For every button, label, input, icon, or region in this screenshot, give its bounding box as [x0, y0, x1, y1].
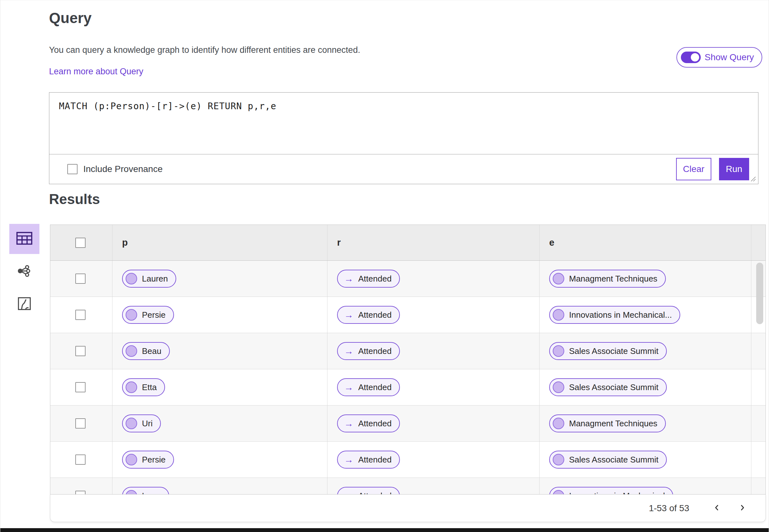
table-row: Larry →Attended Innovations in Mechanica…: [50, 478, 765, 495]
row-checkbox[interactable]: [75, 491, 86, 495]
table-header-row: p r e: [50, 225, 765, 261]
window-bottom-edge: [0, 528, 769, 532]
node-icon: [553, 454, 564, 465]
arrow-right-icon: →: [344, 491, 353, 495]
entity-pill[interactable]: Uri: [122, 414, 161, 432]
results-table: p r e Lauren →Attended Managment Techniq…: [50, 225, 766, 495]
pagination-range: 1-53 of 53: [649, 503, 689, 513]
chevron-left-icon: [712, 503, 721, 513]
map-icon: [16, 295, 33, 313]
row-checkbox[interactable]: [75, 454, 86, 465]
table-row: Etta →Attended Sales Associate Summit: [50, 369, 765, 405]
query-page: Query You can query a knowledge graph to…: [0, 0, 769, 532]
arrow-right-icon: →: [344, 382, 353, 393]
run-button[interactable]: Run: [719, 158, 749, 180]
node-icon: [553, 273, 564, 284]
node-icon: [126, 309, 137, 321]
node-icon: [126, 345, 137, 357]
row-checkbox[interactable]: [75, 346, 86, 356]
relation-pill[interactable]: →Attended: [337, 378, 400, 396]
node-icon: [126, 454, 137, 465]
toggle-knob: [690, 53, 700, 62]
entity-pill[interactable]: Sales Associate Summit: [549, 451, 667, 469]
column-header-e[interactable]: e: [539, 225, 751, 260]
node-icon: [553, 490, 564, 495]
entity-pill[interactable]: Lauren: [122, 270, 176, 288]
node-icon: [553, 345, 564, 357]
table-scrollbar[interactable]: [756, 263, 763, 324]
table-view-button[interactable]: [9, 224, 39, 254]
include-provenance-checkbox[interactable]: [67, 164, 78, 174]
node-icon: [553, 418, 564, 429]
relation-pill[interactable]: →Attended: [337, 451, 400, 469]
relation-pill[interactable]: →Attended: [337, 270, 400, 288]
graph-icon: [16, 263, 33, 281]
view-switcher-rail: [9, 224, 39, 319]
arrow-right-icon: →: [344, 310, 353, 320]
learn-more-link[interactable]: Learn more about Query: [49, 67, 143, 77]
graph-view-button[interactable]: [9, 257, 39, 287]
entity-pill[interactable]: Persie: [122, 306, 174, 324]
query-footer: Include Provenance Clear Run: [49, 154, 758, 184]
node-icon: [126, 490, 137, 495]
entity-pill[interactable]: Innovations in Mechanical...: [549, 306, 680, 324]
entity-pill[interactable]: Etta: [122, 378, 165, 396]
entity-pill[interactable]: Sales Associate Summit: [549, 378, 667, 396]
query-panel: MATCH (p:Person)-[r]->(e) RETURN p,r,e I…: [49, 92, 758, 184]
previous-page-button[interactable]: [712, 503, 721, 513]
column-header-p[interactable]: p: [112, 225, 327, 260]
show-query-label: Show Query: [705, 52, 754, 62]
row-checkbox[interactable]: [75, 382, 86, 392]
node-icon: [126, 381, 137, 393]
table-icon: [15, 229, 34, 249]
table-row: Beau →Attended Sales Associate Summit: [50, 333, 765, 369]
select-all-checkbox[interactable]: [75, 238, 86, 248]
node-icon: [553, 381, 564, 393]
arrow-right-icon: →: [344, 454, 353, 465]
row-checkbox[interactable]: [75, 274, 86, 284]
pagination-bar: 1-53 of 53: [50, 495, 766, 522]
table-row: Uri →Attended Managment Techniques: [50, 405, 765, 442]
entity-pill[interactable]: Sales Associate Summit: [549, 342, 667, 360]
entity-pill[interactable]: Managment Techniques: [549, 414, 666, 432]
arrow-right-icon: →: [344, 418, 353, 429]
relation-pill[interactable]: →Attended: [337, 306, 400, 324]
arrow-right-icon: →: [344, 346, 353, 356]
relation-pill[interactable]: →Attended: [337, 487, 400, 495]
table-row: Persie →Attended Sales Associate Summit: [50, 442, 765, 478]
map-view-button[interactable]: [9, 289, 39, 319]
entity-pill[interactable]: Innovations in Mechanical: [549, 487, 673, 495]
next-page-button[interactable]: [738, 503, 747, 513]
arrow-right-icon: →: [344, 274, 353, 284]
table-row: Persie →Attended Innovations in Mechanic…: [50, 297, 765, 333]
page-title: Query: [49, 9, 92, 27]
relation-pill[interactable]: →Attended: [337, 414, 400, 432]
entity-pill[interactable]: Managment Techniques: [549, 270, 666, 288]
results-title: Results: [49, 191, 100, 207]
node-icon: [553, 309, 564, 321]
table-row: Lauren →Attended Managment Techniques: [50, 261, 765, 297]
show-query-toggle[interactable]: Show Query: [676, 47, 762, 68]
entity-pill[interactable]: Persie: [122, 451, 174, 469]
page-description: You can query a knowledge graph to ident…: [49, 45, 360, 55]
entity-pill[interactable]: Larry: [122, 487, 169, 495]
clear-button[interactable]: Clear: [676, 158, 711, 180]
chevron-right-icon: [738, 503, 747, 513]
query-editor-input[interactable]: MATCH (p:Person)-[r]->(e) RETURN p,r,e: [49, 93, 758, 154]
entity-pill[interactable]: Beau: [122, 342, 170, 360]
node-icon: [126, 418, 137, 429]
row-checkbox[interactable]: [75, 310, 86, 320]
row-checkbox[interactable]: [75, 418, 86, 429]
toggle-on-icon[interactable]: [681, 52, 701, 63]
column-header-r[interactable]: r: [327, 225, 539, 260]
relation-pill[interactable]: →Attended: [337, 342, 400, 360]
node-icon: [126, 273, 137, 284]
include-provenance-label: Include Provenance: [83, 164, 163, 174]
